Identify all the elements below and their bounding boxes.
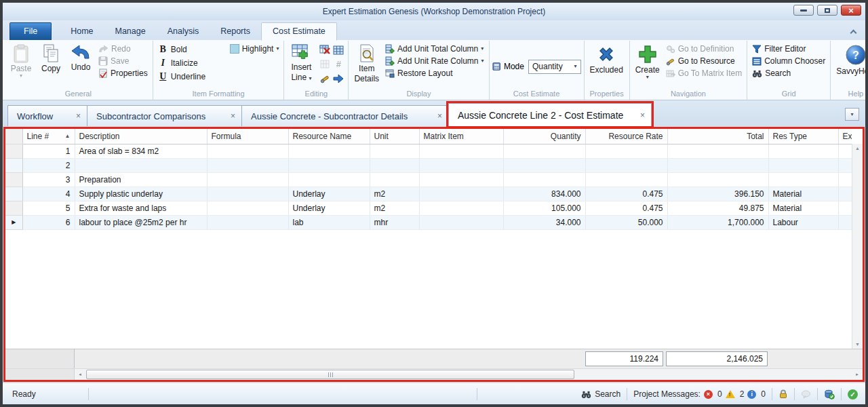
maximize-button[interactable] bbox=[817, 5, 837, 16]
row-handle[interactable] bbox=[5, 187, 22, 201]
col-exc[interactable]: Exc bbox=[838, 129, 852, 144]
tab-cost-estimate[interactable]: Cost Estimate bbox=[261, 22, 337, 41]
close-button[interactable]: × bbox=[841, 5, 861, 16]
bold-button[interactable]: BBold bbox=[156, 43, 226, 56]
insert-line-button[interactable]: Insert Line ▾ bbox=[287, 43, 315, 82]
redo-button[interactable]: Redo bbox=[96, 43, 150, 55]
row-handle[interactable] bbox=[5, 144, 22, 158]
tools-button[interactable] bbox=[320, 74, 330, 83]
paste-button[interactable]: Paste ▾ bbox=[7, 43, 35, 79]
add-column-icon bbox=[385, 56, 395, 66]
status-search-button[interactable]: Search bbox=[575, 389, 627, 399]
scroll-up-icon[interactable]: ▲ bbox=[855, 146, 860, 151]
title-bar: Expert Estimation Genesis (Workshop Demo… bbox=[3, 3, 865, 20]
scroll-down-icon[interactable]: ▼ bbox=[855, 342, 860, 347]
excluded-button[interactable]: Excluded bbox=[587, 43, 626, 75]
doc-tab-subcontractor-details[interactable]: Aussie Concrete - Subcontractor Details× bbox=[241, 105, 449, 126]
binoculars-icon bbox=[581, 390, 591, 399]
search-button[interactable]: Search bbox=[750, 67, 827, 79]
col-resource-rate[interactable]: Resource Rate bbox=[585, 129, 667, 144]
table-row current-row[interactable]: ▶ 6labour to place @25m2 per hrlabmhr34.… bbox=[5, 215, 852, 229]
col-unit[interactable]: Unit bbox=[370, 129, 419, 144]
current-row-marker[interactable]: ▶ bbox=[5, 215, 22, 229]
tab-manage[interactable]: Manage bbox=[104, 23, 157, 40]
collapse-ribbon-button[interactable] bbox=[848, 27, 859, 35]
vertical-scrollbar[interactable]: ▲ ▼ bbox=[852, 144, 863, 349]
project-messages[interactable]: Project Messages: ×0 !2 i0 bbox=[627, 389, 772, 399]
col-total[interactable]: Total bbox=[667, 129, 768, 144]
column-chooser-button[interactable]: Column Chooser bbox=[750, 55, 827, 67]
row-handle[interactable] bbox=[5, 158, 22, 172]
comments-button[interactable] bbox=[795, 390, 817, 399]
item-details-button[interactable]: Item Details bbox=[351, 43, 382, 83]
hscroll-track[interactable] bbox=[85, 369, 852, 380]
cost-estimate-grid: Line #▲ Description Formula Resource Nam… bbox=[3, 127, 865, 382]
add-column-icon bbox=[385, 44, 395, 54]
renumber-button[interactable]: # bbox=[336, 59, 341, 69]
properties-button[interactable]: Properties bbox=[96, 67, 150, 79]
table-row[interactable]: 3Preparation bbox=[5, 172, 852, 187]
selected-cell[interactable]: 34.000 bbox=[503, 215, 585, 229]
total-sum-field[interactable]: 2,146.025 bbox=[666, 351, 768, 366]
summary-row: 119.224 2,146.025 bbox=[5, 349, 863, 368]
caret-down-icon: ▾ bbox=[20, 73, 22, 79]
fill-grid-button[interactable] bbox=[333, 45, 344, 55]
go-to-matrix-item-button[interactable]: Go To Matrix Item bbox=[664, 67, 744, 79]
close-tab-icon[interactable]: × bbox=[437, 111, 442, 121]
lock-status-button[interactable] bbox=[772, 389, 794, 399]
underline-button[interactable]: UUnderline bbox=[156, 70, 226, 83]
col-matrix-item[interactable]: Matrix Item bbox=[419, 129, 503, 144]
row-handle[interactable] bbox=[5, 201, 22, 215]
grid-disabled-button[interactable] bbox=[320, 60, 330, 69]
corner-cell[interactable] bbox=[5, 129, 22, 144]
tab-file[interactable]: File bbox=[9, 22, 52, 40]
hscroll-thumb[interactable] bbox=[86, 370, 574, 379]
tab-analysis[interactable]: Analysis bbox=[157, 23, 210, 40]
rate-sum-field[interactable]: 119.224 bbox=[585, 351, 663, 366]
add-unit-rate-column-button[interactable]: Add Unit Rate Column ▾ bbox=[383, 55, 486, 67]
highlight-button[interactable]: Highlight ▾ bbox=[228, 43, 281, 55]
validation-status-button[interactable]: ✓ bbox=[842, 389, 865, 400]
database-status-button[interactable] bbox=[818, 389, 841, 400]
table-row[interactable]: 5Extra for waste and lapsUnderlaym2105.0… bbox=[5, 201, 852, 215]
restore-layout-icon bbox=[385, 69, 395, 78]
horizontal-scrollbar[interactable]: ◂ ▸ bbox=[5, 368, 863, 380]
table-row[interactable]: 2 bbox=[5, 158, 852, 172]
move-line-button[interactable] bbox=[333, 74, 344, 83]
savvyhelp-button[interactable]: ? SavvyHelp bbox=[833, 43, 868, 76]
col-resource-name[interactable]: Resource Name bbox=[288, 129, 370, 144]
add-unit-total-column-button[interactable]: Add Unit Total Column ▾ bbox=[383, 43, 486, 55]
close-tab-icon[interactable]: × bbox=[640, 111, 645, 120]
row-marker-icon: ▶ bbox=[12, 219, 16, 225]
scroll-left-icon[interactable]: ◂ bbox=[75, 369, 85, 380]
delete-line-button[interactable] bbox=[319, 45, 331, 55]
doc-tab-cost-estimate[interactable]: Aussie Concrete Line 2 - Cost Estimate× bbox=[448, 103, 652, 126]
undo-button[interactable]: Undo bbox=[66, 43, 95, 72]
tab-list-dropdown-button[interactable]: ▾ bbox=[845, 108, 859, 121]
close-tab-icon[interactable]: × bbox=[231, 111, 235, 121]
table-row[interactable]: 1Area of slab = 834 m2 bbox=[5, 144, 852, 158]
table-row[interactable]: 4Supply plastic underlayUnderlaym2834.00… bbox=[5, 187, 852, 201]
mode-select[interactable]: Quantity ▾ bbox=[528, 60, 581, 74]
go-to-definition-button[interactable]: Go to Definition bbox=[664, 43, 744, 55]
col-formula[interactable]: Formula bbox=[207, 129, 288, 144]
doc-tab-subcontractor-comparisons[interactable]: Subcontractor Comparisons× bbox=[87, 105, 242, 126]
row-handle[interactable] bbox=[5, 172, 22, 187]
col-res-type[interactable]: Res Type bbox=[768, 129, 838, 144]
col-line[interactable]: Line #▲ bbox=[22, 129, 75, 144]
tab-reports[interactable]: Reports bbox=[210, 23, 261, 40]
italicize-button[interactable]: IItalicize bbox=[156, 56, 226, 70]
restore-layout-button[interactable]: Restore Layout bbox=[383, 67, 486, 79]
create-button[interactable]: Create ▾ bbox=[633, 43, 663, 80]
scroll-right-icon[interactable]: ▸ bbox=[852, 369, 863, 380]
minimize-button[interactable] bbox=[793, 5, 814, 16]
tab-home[interactable]: Home bbox=[60, 23, 104, 40]
col-quantity[interactable]: Quantity bbox=[503, 129, 585, 144]
save-button[interactable]: Save bbox=[96, 55, 150, 67]
go-to-resource-button[interactable]: Go to Resource bbox=[664, 55, 744, 67]
copy-button[interactable]: Copy bbox=[37, 43, 65, 73]
doc-tab-workflow[interactable]: Workflow× bbox=[7, 105, 87, 126]
col-description[interactable]: Description bbox=[75, 129, 207, 144]
filter-editor-button[interactable]: Filter Editor bbox=[750, 43, 827, 55]
close-tab-icon[interactable]: × bbox=[76, 111, 81, 121]
